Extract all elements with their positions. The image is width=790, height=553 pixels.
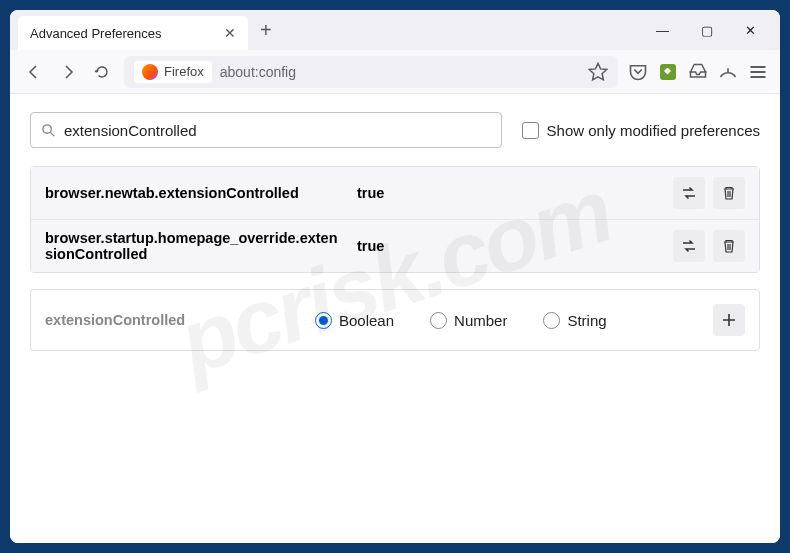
close-window-button[interactable]: ✕ bbox=[745, 23, 756, 38]
address-bar[interactable]: Firefox about:config bbox=[124, 56, 618, 88]
toggle-button[interactable] bbox=[673, 230, 705, 262]
minimize-button[interactable]: — bbox=[656, 23, 669, 38]
window-controls: — ▢ ✕ bbox=[656, 23, 772, 38]
add-button[interactable] bbox=[713, 304, 745, 336]
inbox-icon[interactable] bbox=[688, 62, 708, 82]
maximize-button[interactable]: ▢ bbox=[701, 23, 713, 38]
pref-value: true bbox=[357, 185, 661, 201]
toggle-button[interactable] bbox=[673, 177, 705, 209]
url-text: about:config bbox=[220, 64, 580, 80]
forward-button[interactable] bbox=[56, 60, 80, 84]
pref-name: browser.newtab.extensionControlled bbox=[45, 185, 345, 201]
search-icon bbox=[41, 123, 56, 138]
checkbox-label: Show only modified preferences bbox=[547, 122, 760, 139]
pocket-icon[interactable] bbox=[628, 62, 648, 82]
reload-button[interactable] bbox=[90, 60, 114, 84]
pref-value: true bbox=[357, 238, 661, 254]
checkbox-icon bbox=[522, 122, 539, 139]
svg-line-1 bbox=[50, 132, 54, 136]
radio-icon bbox=[430, 312, 447, 329]
radio-boolean[interactable]: Boolean bbox=[315, 312, 394, 329]
add-pref-section: extensionControlled Boolean Number Strin… bbox=[30, 289, 760, 351]
close-tab-icon[interactable]: ✕ bbox=[224, 25, 236, 41]
search-input[interactable] bbox=[64, 122, 491, 139]
bookmark-star-icon[interactable] bbox=[588, 62, 608, 82]
type-radio-group: Boolean Number String bbox=[315, 312, 693, 329]
titlebar: Advanced Preferences ✕ + — ▢ ✕ bbox=[10, 10, 780, 50]
radio-icon bbox=[543, 312, 560, 329]
add-pref-name: extensionControlled bbox=[45, 312, 295, 328]
identity-box[interactable]: Firefox bbox=[134, 61, 212, 83]
search-box[interactable] bbox=[30, 112, 502, 148]
radio-string[interactable]: String bbox=[543, 312, 606, 329]
delete-button[interactable] bbox=[713, 230, 745, 262]
new-tab-button[interactable]: + bbox=[260, 19, 272, 42]
tab-title: Advanced Preferences bbox=[30, 26, 162, 41]
pref-name: browser.startup.homepage_override.extens… bbox=[45, 230, 345, 262]
pref-row: browser.newtab.extensionControlled true bbox=[31, 167, 759, 220]
activity-icon[interactable] bbox=[718, 62, 738, 82]
radio-icon bbox=[315, 312, 332, 329]
delete-button[interactable] bbox=[713, 177, 745, 209]
show-modified-checkbox[interactable]: Show only modified preferences bbox=[522, 122, 760, 139]
browser-tab[interactable]: Advanced Preferences ✕ bbox=[18, 16, 248, 50]
menu-button[interactable] bbox=[748, 62, 768, 82]
identity-label: Firefox bbox=[164, 64, 204, 79]
extension-icon[interactable] bbox=[658, 62, 678, 82]
pref-row: browser.startup.homepage_override.extens… bbox=[31, 220, 759, 272]
prefs-list: browser.newtab.extensionControlled true … bbox=[30, 166, 760, 273]
radio-number[interactable]: Number bbox=[430, 312, 507, 329]
about-config-content: Show only modified preferences browser.n… bbox=[10, 94, 780, 543]
svg-point-0 bbox=[43, 124, 51, 132]
back-button[interactable] bbox=[22, 60, 46, 84]
firefox-icon bbox=[142, 64, 158, 80]
navigation-toolbar: Firefox about:config bbox=[10, 50, 780, 94]
